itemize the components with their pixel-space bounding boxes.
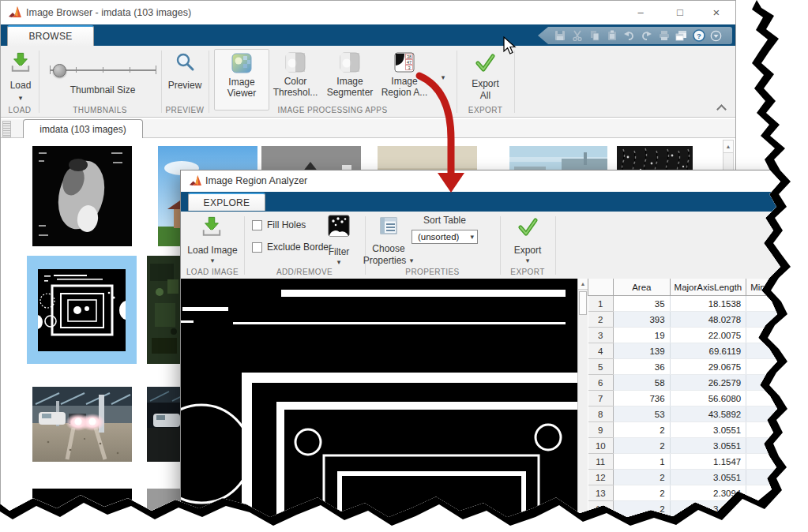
paste-icon[interactable]: [605, 29, 618, 43]
table-row[interactable]: 31922.0075: [588, 328, 781, 343]
table-row[interactable]: 53629.0675: [588, 359, 781, 375]
filter-button[interactable]: Filter: [320, 246, 358, 257]
choose-properties-button[interactable]: Choose: [361, 243, 416, 254]
matlab-logo-icon: [189, 174, 202, 187]
sort-table-label: Sort Table: [412, 215, 478, 226]
toolbar-menu-icon[interactable]: [709, 29, 723, 43]
table-row[interactable]: 13518.1538: [588, 296, 781, 312]
close-button[interactable]: ×: [702, 1, 731, 24]
analyzer-window-title: Image Region Analyzer: [205, 170, 307, 192]
thumbnail-mri[interactable]: [32, 146, 132, 246]
app-color-thresholder[interactable]: Color Threshol...: [269, 49, 322, 109]
export-caret[interactable]: ▾: [500, 257, 555, 264]
cell-area: 2: [614, 438, 671, 454]
checkbox-icon[interactable]: [252, 220, 262, 230]
cut-icon[interactable]: [570, 29, 584, 43]
tabbar-grip[interactable]: [2, 121, 11, 137]
undo-icon[interactable]: [622, 29, 636, 43]
cell-rownum: 11: [588, 454, 614, 470]
preview-button[interactable]: Preview: [161, 80, 209, 91]
copy-icon[interactable]: [588, 29, 601, 43]
maximize-button[interactable]: □: [667, 1, 693, 24]
section-apps: IMAGE PROCESSING APPS: [209, 106, 457, 114]
header-area[interactable]: Area: [614, 279, 671, 296]
print-icon[interactable]: [657, 29, 671, 43]
table-row[interactable]: 85343.5892: [588, 406, 781, 422]
load-caret-icon[interactable]: ▾: [1, 95, 40, 101]
save-icon[interactable]: [553, 29, 566, 43]
scrollbar-up-icon[interactable]: ▲: [723, 140, 733, 153]
load-button[interactable]: Load: [1, 80, 40, 91]
preview-icon: [175, 52, 196, 73]
cell-major: 69.6119: [670, 343, 746, 359]
redo-icon[interactable]: [640, 29, 653, 43]
ribbon-collapse-icon[interactable]: [716, 104, 727, 114]
window-title: Image Browser - imdata (103 images): [26, 1, 191, 24]
checkbox-icon[interactable]: [252, 242, 262, 253]
browser-tabband: BROWSE ?: [1, 24, 735, 46]
svg-text:47: 47: [407, 60, 412, 65]
table-row[interactable]: 773656.6080: [588, 391, 781, 406]
table-row[interactable]: 239348.0278: [588, 312, 781, 328]
thumbnail-garage-headlights[interactable]: [32, 387, 132, 462]
quick-access-toolbar: ?: [538, 27, 732, 44]
cell-area: 19: [614, 328, 671, 343]
table-row[interactable]: 1023.0551: [588, 438, 781, 454]
section-thumbnails: THUMBNAILS: [39, 106, 161, 114]
app-image-viewer[interactable]: Image Viewer: [214, 49, 269, 111]
doc-tab-imdata[interactable]: imdata (103 images): [23, 119, 143, 138]
choose-properties-caret[interactable]: ▾: [406, 257, 417, 264]
export-all-label2: All: [457, 90, 514, 101]
image-scroll-up-icon[interactable]: ▲: [578, 279, 588, 290]
sort-table-dropdown[interactable]: (unsorted) ▾: [412, 230, 478, 244]
filter-caret[interactable]: ▾: [320, 259, 358, 265]
minimize-button[interactable]: –: [627, 1, 654, 24]
cell-major: 22.0075: [670, 328, 746, 343]
image-scroll-thumb[interactable]: [579, 291, 587, 315]
cell-major: 26.2579: [670, 375, 746, 391]
thumbnail-size-label: Thumbnail Size: [42, 84, 163, 96]
table-row[interactable]: 1111.1547: [588, 454, 781, 470]
fill-holes-checkbox[interactable]: Fill Holes: [252, 219, 306, 230]
apps-gallery-caret[interactable]: ▾: [434, 74, 452, 81]
slider-knob[interactable]: [53, 64, 66, 77]
cell-area: 393: [614, 312, 671, 328]
app-image-segmenter[interactable]: Image Segmenter: [323, 49, 377, 109]
cell-rownum: 4: [588, 343, 614, 359]
table-row[interactable]: 413969.6119: [588, 343, 781, 359]
help-icon[interactable]: ?: [692, 29, 705, 43]
load-image-caret[interactable]: ▾: [181, 257, 244, 264]
cell-area: 736: [614, 391, 671, 406]
load-image-button[interactable]: Load Image: [181, 245, 244, 256]
cell-major: 3.0551: [670, 470, 746, 485]
svg-text:38: 38: [407, 54, 412, 59]
table-row[interactable]: 65826.2579: [588, 375, 781, 391]
table-row[interactable]: 923.0551: [588, 422, 781, 438]
cell-rownum: 12: [588, 470, 614, 485]
thumbnail-selected-circuit[interactable]: [27, 256, 137, 364]
section-load-image: LOAD IMAGE: [181, 268, 244, 276]
windows-layout-icon[interactable]: [675, 29, 688, 43]
image-region-analyzer-icon: 38 47 3: [394, 52, 415, 73]
header-corner: [588, 279, 614, 296]
cell-rownum: 2: [588, 312, 614, 328]
document-tab-bar: imdata (103 images): [1, 119, 735, 138]
table-row[interactable]: 1223.0551: [588, 470, 781, 485]
cell-major: 3.0551: [670, 422, 746, 438]
export-all-button[interactable]: Export: [457, 78, 514, 89]
header-majoraxislength[interactable]: MajorAxisLength: [670, 279, 746, 296]
binary-image-view[interactable]: [181, 279, 577, 525]
choose-properties-icon: [378, 215, 399, 236]
export-button[interactable]: Export: [500, 245, 555, 256]
app-image-region-analyzer[interactable]: 38 47 3 Image Region A...: [378, 49, 431, 109]
cell-rownum: 10: [588, 438, 614, 454]
export-all-icon: [475, 52, 495, 73]
cell-major: 56.6080: [670, 391, 746, 406]
region-properties-table: Area MajorAxisLength Mino 13518.15382393…: [588, 279, 781, 525]
cell-rownum: 6: [588, 375, 614, 391]
tab-explore[interactable]: EXPLORE: [188, 193, 265, 211]
tab-browse[interactable]: BROWSE: [7, 25, 94, 46]
image-scrollbar[interactable]: ▲: [577, 279, 588, 525]
choose-properties-line2[interactable]: Properties: [357, 255, 412, 266]
matlab-logo-icon: [8, 6, 22, 19]
